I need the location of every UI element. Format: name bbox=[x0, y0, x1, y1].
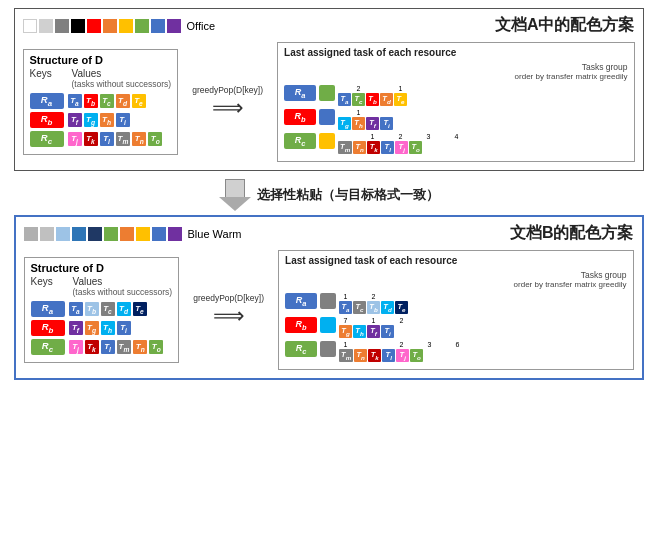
bottom-assign-key-rc: Rc bbox=[285, 341, 317, 357]
task-to: To bbox=[148, 132, 162, 146]
bw-swatch-10 bbox=[168, 227, 182, 241]
bottom-assignment-panel: Last assigned task of each resource Task… bbox=[278, 250, 633, 370]
top-panel-content: Structure of D Keys Values (tasks withou… bbox=[23, 42, 635, 162]
assign-task: To bbox=[410, 349, 423, 362]
task-tg-b: Tg bbox=[85, 321, 99, 335]
task-tn: Tn bbox=[132, 132, 146, 146]
middle-section: 选择性粘贴（与目标格式一致） bbox=[219, 179, 439, 211]
top-panel-label: Office bbox=[187, 20, 216, 32]
task-tl-b: Tl bbox=[101, 340, 115, 354]
bottom-assign-row-ra: Ra 1 2 Ta Tc bbox=[285, 293, 626, 314]
bottom-assign-tasks-rb: Tg Th Tf Ti bbox=[339, 325, 408, 338]
swatch-2 bbox=[39, 19, 53, 33]
bottom-arrow: greedyPop(D[key]) ⟹ bbox=[189, 293, 268, 327]
top-group-label2: order by transfer matrix greedily bbox=[515, 72, 628, 81]
bw-swatch-8 bbox=[136, 227, 150, 241]
top-group-label: Tasks group bbox=[582, 62, 628, 72]
assign-task: Tk bbox=[368, 349, 381, 362]
bottom-double-arrow: ⟹ bbox=[213, 305, 245, 327]
bottom-panel: Blue Warm 文档B的配色方案 Structure of D Keys V… bbox=[14, 215, 644, 380]
task-tc-b: Tc bbox=[101, 302, 115, 316]
assign-task: Tm bbox=[339, 349, 353, 362]
bw-swatch-5 bbox=[88, 227, 102, 241]
task-tg: Tg bbox=[84, 113, 98, 127]
bw-swatch-1 bbox=[24, 227, 38, 241]
top-panel: Office 文档A中的配色方案 Structure of D Keys Val… bbox=[14, 8, 644, 171]
assign-task: Td bbox=[380, 93, 393, 106]
swatch-3 bbox=[55, 19, 69, 33]
top-assign-tasks-ra: Ta Tc Tb Td Te bbox=[338, 93, 407, 106]
bottom-col-values: Values bbox=[73, 276, 173, 287]
task-tb-b: Tb bbox=[85, 302, 99, 316]
task-tf-b: Tf bbox=[69, 321, 83, 335]
swatch-5 bbox=[87, 19, 101, 33]
bottom-assign-key-rb: Rb bbox=[285, 317, 317, 333]
bw-swatch-7 bbox=[120, 227, 134, 241]
task-tn-b: Tn bbox=[133, 340, 147, 354]
assign-task: Tn bbox=[353, 141, 366, 154]
assign-task: Tj bbox=[395, 141, 408, 154]
bottom-struct-row-rb: Rb Tf Tg Th Ti bbox=[31, 320, 173, 336]
down-arrow-icon bbox=[219, 179, 251, 211]
swatch-10 bbox=[167, 19, 181, 33]
bw-swatch-6 bbox=[104, 227, 118, 241]
task-tj-b: Tj bbox=[69, 340, 83, 354]
top-values-rb: Tf Tg Th Ti bbox=[68, 113, 130, 127]
top-structure-table: Structure of D Keys Values (tasks withou… bbox=[23, 49, 179, 155]
top-assign-row-rb: Rb 1 Tg Th Tf bbox=[284, 109, 627, 130]
assign-task: Ti bbox=[380, 117, 393, 130]
top-assign-row-rc: Rc 1 2 3 4 bbox=[284, 133, 627, 154]
task-tc: Tc bbox=[100, 94, 114, 108]
assign-task: Tg bbox=[339, 325, 352, 338]
assign-task: Te bbox=[395, 301, 408, 314]
top-assignment-title: Last assigned task of each resource bbox=[284, 47, 627, 58]
top-assign-last-rb bbox=[319, 109, 335, 125]
task-th-b: Th bbox=[101, 321, 115, 335]
bottom-assign-last-rb bbox=[320, 317, 336, 333]
bw-swatch-4 bbox=[72, 227, 86, 241]
task-te-b: Te bbox=[133, 302, 147, 316]
assign-task: Tc bbox=[353, 301, 366, 314]
swatch-4 bbox=[71, 19, 85, 33]
top-values-rc: Tj Tk Tl Tm Tn To bbox=[68, 132, 163, 146]
bottom-panel-title: 文档B的配色方案 bbox=[510, 223, 634, 244]
bottom-assignment-title: Last assigned task of each resource bbox=[285, 255, 626, 266]
bottom-key-rc: Rc bbox=[31, 339, 65, 355]
bottom-assign-tasks-rc: Tm Tn Tk Tl Tj To bbox=[339, 349, 464, 362]
middle-label: 选择性粘贴（与目标格式一致） bbox=[257, 186, 439, 204]
swatch-1 bbox=[23, 19, 37, 33]
bottom-values-rb: Tf Tg Th Ti bbox=[69, 321, 131, 335]
bottom-assign-last-ra bbox=[320, 293, 336, 309]
bottom-struct-row-rc: Rc Tj Tk Tl Tm Tn To bbox=[31, 339, 173, 355]
task-tm-b: Tm bbox=[117, 340, 132, 354]
swatch-9 bbox=[151, 19, 165, 33]
task-td-b: Td bbox=[117, 302, 131, 316]
blue-warm-swatches bbox=[24, 227, 182, 241]
task-th: Th bbox=[100, 113, 114, 127]
bottom-values-ra: Ta Tb Tc Td Te bbox=[69, 302, 147, 316]
assign-task: Ta bbox=[339, 301, 352, 314]
top-assign-key-ra: Ra bbox=[284, 85, 316, 101]
assign-task: Tn bbox=[354, 349, 367, 362]
bottom-col-headers: Keys Values (tasks without successors) bbox=[31, 276, 173, 297]
top-struct-row-rc: Rc Tj Tk Tl Tm Tn To bbox=[30, 131, 172, 147]
assign-task: Tm bbox=[338, 141, 352, 154]
task-tk: Tk bbox=[84, 132, 98, 146]
task-tl: Tl bbox=[100, 132, 114, 146]
top-key-ra: Ra bbox=[30, 93, 64, 109]
task-tj: Tj bbox=[68, 132, 82, 146]
assign-task: Tf bbox=[366, 117, 379, 130]
assign-task: Tb bbox=[366, 93, 379, 106]
top-struct-row-ra: Ra Ta Tb Tc Td Te bbox=[30, 93, 172, 109]
bottom-arrow-label: greedyPop(D[key]) bbox=[193, 293, 264, 303]
top-arrow: greedyPop(D[key]) ⟹ bbox=[188, 85, 267, 119]
top-arrow-label: greedyPop(D[key]) bbox=[192, 85, 263, 95]
top-assignment-panel: Last assigned task of each resource Task… bbox=[277, 42, 634, 162]
assign-task: Te bbox=[394, 93, 407, 106]
assign-task: Tf bbox=[367, 325, 380, 338]
top-assign-tasks-rc: Tm Tn Tk Tl Tj To bbox=[338, 141, 463, 154]
bw-swatch-2 bbox=[40, 227, 54, 241]
top-key-rb: Rb bbox=[30, 112, 64, 128]
bottom-group-label: Tasks group bbox=[581, 270, 627, 280]
bottom-panel-label: Blue Warm bbox=[188, 228, 242, 240]
